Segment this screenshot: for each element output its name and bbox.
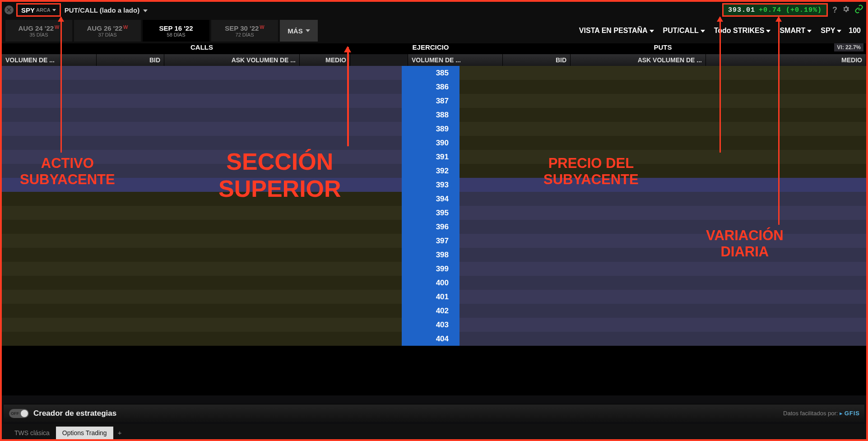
routing-filter[interactable]: SMART <box>780 27 812 35</box>
option-row[interactable]: 399 <box>2 262 866 276</box>
strike-cell: 390 <box>402 136 460 150</box>
gear-icon[interactable] <box>842 5 850 15</box>
col-put-bid[interactable]: BID <box>503 54 571 66</box>
workspace-tab[interactable]: TWS clásica <box>8 427 56 439</box>
view-tab-filter[interactable]: VISTA EN PESTAÑA <box>579 27 654 35</box>
option-row[interactable]: 390 <box>2 136 866 150</box>
strike-cell: 396 <box>402 220 460 234</box>
ticker-exchange: ARCA <box>36 7 51 13</box>
workspace-tabs: TWS clásicaOptions Trading + <box>2 424 866 439</box>
add-tab-button[interactable]: + <box>113 426 126 439</box>
app-window: ✕ SPY ARCA PUT/CALL (lado a lado) 393.01… <box>0 0 868 441</box>
data-provider: Datos facilitados por: ▸ GFIS <box>783 410 860 417</box>
col-put-mid[interactable]: MEDIO <box>706 54 866 66</box>
help-icon[interactable]: ? <box>832 5 837 15</box>
more-expirations-button[interactable]: MÁS <box>280 20 318 42</box>
strike-cell: 385 <box>402 66 460 80</box>
strike-cell: 387 <box>402 94 460 108</box>
option-row[interactable]: 387 <box>2 94 866 108</box>
option-row[interactable]: 394 <box>2 192 866 206</box>
strike-cell: 392 <box>402 164 460 178</box>
strike-cell: 404 <box>402 332 460 346</box>
expiration-tab[interactable]: SEP 16 '2258 DÍAS <box>143 20 209 42</box>
option-chain-grid[interactable]: 3853863873883893903913923933943953963973… <box>2 66 866 395</box>
option-row[interactable]: 389 <box>2 122 866 136</box>
option-row[interactable]: 385 <box>2 66 866 80</box>
putcall-filter[interactable]: PUT/CALL <box>663 27 705 35</box>
option-row[interactable]: 403 <box>2 318 866 332</box>
expiration-bar: AUG 24 '22W35 DÍASAUG 26 '22W37 DÍASSEP … <box>2 18 866 43</box>
column-headers: VOLUMEN DE ... BID ASK VOLUMEN DE ... ME… <box>2 54 866 66</box>
iv-badge: VI: 22.7% <box>834 43 863 51</box>
strike-cell: 401 <box>402 290 460 304</box>
view-mode-selector[interactable]: PUT/CALL (lado a lado) <box>65 6 148 14</box>
puts-header: PUTS VI: 22.7% <box>460 43 866 54</box>
strike-cell: 398 <box>402 248 460 262</box>
col-call-volume[interactable]: VOLUMEN DE ... <box>2 54 97 66</box>
option-row[interactable]: 397 <box>2 234 866 248</box>
price-display: 393.01 +0.74 (+0.19%) <box>722 3 828 17</box>
section-header: CALLS EJERCICIO PUTS VI: 22.7% <box>2 43 866 54</box>
option-row[interactable]: 388 <box>2 108 866 122</box>
symbol-filter[interactable]: SPY <box>821 27 841 35</box>
col-strike <box>350 54 408 66</box>
col-put-volume[interactable]: VOLUMEN DE ... <box>408 54 503 66</box>
option-row[interactable]: 395 <box>2 206 866 220</box>
expiration-tab[interactable]: AUG 24 '22W35 DÍAS <box>5 20 72 42</box>
title-bar: ✕ SPY ARCA PUT/CALL (lado a lado) 393.01… <box>2 2 866 18</box>
option-row[interactable]: 391 <box>2 150 866 164</box>
strikes-filter[interactable]: Todo STRIKES <box>714 27 771 35</box>
col-call-askvol[interactable]: ASK VOLUMEN DE ... <box>164 54 300 66</box>
strike-cell: 402 <box>402 304 460 318</box>
expiration-tab[interactable]: AUG 26 '22W37 DÍAS <box>74 20 141 42</box>
close-icon[interactable]: ✕ <box>5 5 14 14</box>
strike-header: EJERCICIO <box>402 43 460 54</box>
strike-cell: 386 <box>402 80 460 94</box>
option-row[interactable]: 404 <box>2 332 866 346</box>
col-call-mid[interactable]: MEDIO <box>300 54 350 66</box>
strike-cell: 393 <box>402 178 460 192</box>
expiration-tab[interactable]: SEP 30 '22W72 DÍAS <box>211 20 278 42</box>
option-row[interactable]: 402 <box>2 304 866 318</box>
strike-cell: 388 <box>402 108 460 122</box>
option-row[interactable]: 393 <box>2 178 866 192</box>
strike-cell: 395 <box>402 206 460 220</box>
underlying-selector[interactable]: SPY ARCA <box>16 3 61 17</box>
strategy-toggle[interactable]: OFF <box>9 409 29 418</box>
strategy-label: Creador de estrategias <box>33 409 116 418</box>
strike-cell: 400 <box>402 276 460 290</box>
multiplier-label: 100 <box>849 27 861 35</box>
last-price: 393.01 <box>728 6 755 14</box>
option-row[interactable]: 400 <box>2 276 866 290</box>
chevron-down-icon <box>143 9 148 12</box>
ticker-symbol: SPY <box>21 6 35 14</box>
link-icon[interactable] <box>854 5 863 16</box>
strike-cell: 403 <box>402 318 460 332</box>
option-row[interactable]: 392 <box>2 164 866 178</box>
col-call-bid[interactable]: BID <box>97 54 164 66</box>
strike-cell: 389 <box>402 122 460 136</box>
chevron-down-icon <box>52 9 56 11</box>
chevron-down-icon <box>306 29 310 32</box>
option-row[interactable]: 386 <box>2 80 866 94</box>
col-put-askvol[interactable]: ASK VOLUMEN DE ... <box>571 54 706 66</box>
strategy-bar: OFF Creador de estrategias Datos facilit… <box>4 404 864 422</box>
strike-cell: 394 <box>402 192 460 206</box>
option-row[interactable]: 398 <box>2 248 866 262</box>
strike-cell: 397 <box>402 234 460 248</box>
workspace-tab[interactable]: Options Trading <box>56 427 113 439</box>
filter-bar: VISTA EN PESTAÑA PUT/CALL Todo STRIKES S… <box>570 27 866 35</box>
calls-header: CALLS <box>2 43 402 54</box>
price-change: +0.74 (+0.19%) <box>759 6 822 14</box>
strike-cell: 399 <box>402 262 460 276</box>
option-row[interactable]: 396 <box>2 220 866 234</box>
strike-cell: 391 <box>402 150 460 164</box>
option-row[interactable]: 401 <box>2 290 866 304</box>
